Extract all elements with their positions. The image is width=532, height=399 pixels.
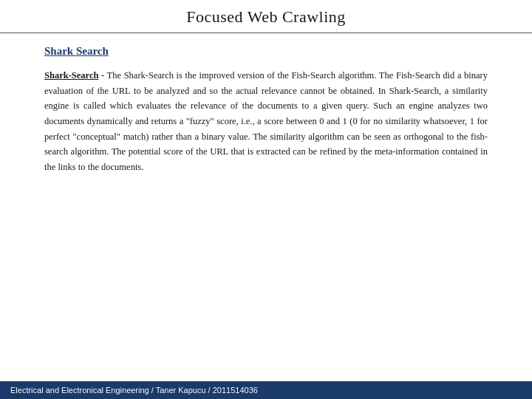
header-section: Focused Web Crawling (0, 0, 532, 33)
page-title: Focused Web Crawling (15, 7, 517, 27)
content-section: Shark Search Shark-Search - The Shark-Se… (0, 33, 532, 399)
body-text-content: - The Shark-Search is the improved versi… (44, 70, 488, 172)
footer-bar: Electrical and Electronical Engineering … (0, 381, 532, 399)
body-paragraph: Shark-Search - The Shark-Search is the i… (44, 68, 488, 174)
term-label: Shark-Search (44, 70, 98, 81)
page-container: Focused Web Crawling Shark Search Shark-… (0, 0, 532, 399)
footer-text: Electrical and Electronical Engineering … (10, 386, 258, 395)
section-heading: Shark Search (44, 45, 488, 58)
